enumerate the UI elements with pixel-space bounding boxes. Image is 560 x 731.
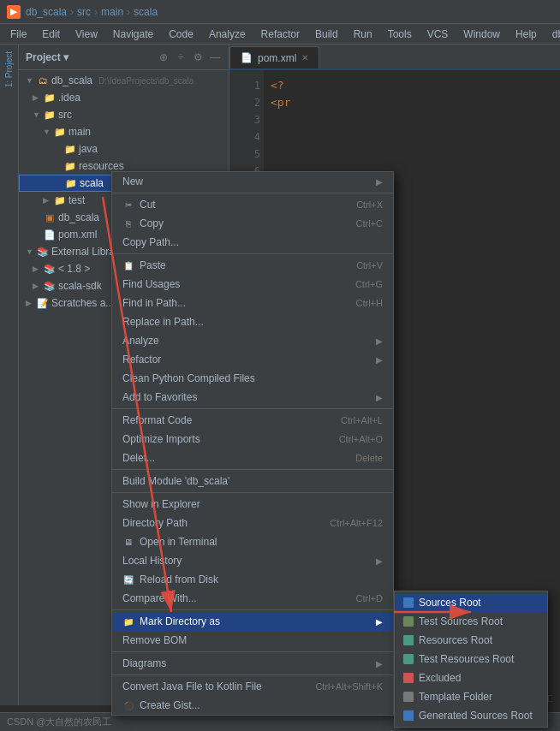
cm-sep5 — [112, 492, 393, 493]
tree-label: .idea — [58, 92, 80, 104]
cm-refactor[interactable]: Refactor ▶ — [112, 350, 393, 369]
tree-item-src[interactable]: ▼ 📁 src — [19, 106, 229, 123]
copy-icon: ⎘ — [122, 217, 134, 229]
sm-excluded[interactable]: Excluded — [395, 669, 547, 687]
cm-sep7 — [112, 651, 393, 652]
close-panel-icon[interactable]: — — [208, 51, 222, 64]
arrow-icon: ▼ — [26, 247, 34, 256]
sm-test-resources-root[interactable]: Test Resources Root — [395, 650, 547, 669]
menu-refactor[interactable]: Refactor — [254, 27, 307, 42]
cm-explorer-label: Show in Explorer — [122, 498, 200, 510]
menu-db[interactable]: db_sc... — [545, 27, 560, 42]
breadcrumb-project: db_scala — [26, 6, 67, 18]
collapse-icon[interactable]: ÷ — [174, 51, 188, 64]
cm-analyze-label: Analyze — [122, 335, 159, 347]
cm-optimize-imports[interactable]: Optimize Imports Ctrl+Alt+O — [112, 430, 393, 449]
cm-clean-python[interactable]: Clean Python Compiled Files — [112, 369, 393, 388]
arrow-icon: ▶ — [43, 196, 51, 205]
tree-label: java — [79, 143, 98, 155]
tree-item-java[interactable]: 📁 java — [19, 140, 229, 157]
menu-navigate[interactable]: Navigate — [106, 27, 160, 42]
cm-create-gist[interactable]: ⚫ Create Gist... — [112, 696, 393, 715]
project-title: Project ▾ — [26, 51, 152, 63]
context-menu: New ▶ ✂ Cut Ctrl+X ⎘ Copy Ctrl+C Copy Pa… — [111, 171, 394, 716]
project-strip-label[interactable]: 1: Project — [3, 48, 15, 91]
mark-dir-icon: 📁 — [122, 615, 134, 627]
cm-add-favorites[interactable]: Add to Favorites ▶ — [112, 388, 393, 407]
folder-icon: 📁 — [54, 194, 66, 206]
settings-icon[interactable]: ⚙ — [191, 51, 205, 64]
cm-sep4 — [112, 469, 393, 470]
cm-delete[interactable]: Delet... Delete — [112, 449, 393, 467]
cm-convert-kotlin[interactable]: Convert Java File to Kotlin File Ctrl+Al… — [112, 677, 393, 696]
cm-mark-dir[interactable]: 📁 Mark Directory as ▶ — [112, 612, 393, 631]
tree-item-idea[interactable]: ▶ 📁 .idea — [19, 89, 229, 106]
tree-label: test — [69, 194, 85, 206]
tree-label: db_scala — [51, 74, 92, 86]
template-icon — [403, 692, 414, 702]
tree-item-db-scala[interactable]: ▼ 🗂 db_scala D:\IdeaProjects\db_scala — [19, 72, 229, 89]
menu-analyze[interactable]: Analyze — [202, 27, 253, 42]
cm-build-module[interactable]: Build Module 'db_scala' — [112, 472, 393, 490]
arrow-icon: ▶ — [33, 264, 41, 273]
menu-vcs[interactable]: VCS — [420, 27, 456, 42]
cm-new-label: New — [122, 175, 143, 187]
sm-sources-root[interactable]: Sources Root — [395, 593, 547, 612]
menu-file[interactable]: File — [3, 27, 33, 42]
cm-find-usages-label: Find Usages — [122, 278, 180, 290]
cm-local-history[interactable]: Local History ▶ — [112, 551, 393, 570]
code-line-4 — [271, 128, 553, 146]
cm-kotlin-shortcut: Ctrl+Alt+Shift+K — [315, 681, 383, 692]
sm-test-resources-label: Test Resources Root — [419, 653, 514, 665]
cm-reload[interactable]: 🔄 Reload from Disk — [112, 570, 393, 589]
sm-test-sources-root[interactable]: Test Sources Root — [395, 612, 547, 631]
cm-history-label: Local History — [122, 555, 182, 567]
cm-replace-in-path[interactable]: Replace in Path... — [112, 312, 393, 331]
cm-clean-python-label: Clean Python Compiled Files — [122, 372, 255, 384]
line-number: 5 — [233, 146, 260, 163]
tab-pom-xml[interactable]: 📄 pom.xml ✕ — [229, 46, 319, 68]
cm-favorites-label: Add to Favorites — [122, 391, 197, 403]
paste-icon: 📋 — [122, 259, 134, 271]
cm-analyze[interactable]: Analyze ▶ — [112, 331, 393, 350]
tree-item-main[interactable]: ▼ 📁 main — [19, 123, 229, 140]
cm-sep — [112, 193, 393, 193]
cm-delete-label: Delet... — [122, 452, 155, 464]
menu-help[interactable]: Help — [509, 27, 544, 42]
menu-edit[interactable]: Edit — [35, 27, 67, 42]
cm-new[interactable]: New ▶ — [112, 172, 393, 191]
sm-test-sources-label: Test Sources Root — [419, 615, 503, 627]
menu-tools[interactable]: Tools — [381, 27, 419, 42]
cm-cut[interactable]: ✂ Cut Ctrl+X — [112, 195, 393, 214]
menu-code[interactable]: Code — [162, 27, 200, 42]
tree-label: scala — [80, 177, 104, 189]
cm-reformat[interactable]: Reformat Code Ctrl+Alt+L — [112, 411, 393, 430]
menu-build[interactable]: Build — [308, 27, 345, 42]
sm-resources-root[interactable]: Resources Root — [395, 631, 547, 650]
menu-window[interactable]: Window — [456, 27, 507, 42]
cm-show-explorer[interactable]: Show in Explorer — [112, 495, 393, 514]
menu-view[interactable]: View — [69, 27, 104, 42]
cm-open-terminal[interactable]: 🖥 Open in Terminal — [112, 532, 393, 551]
breadcrumb-main: main — [101, 6, 123, 18]
cm-replace-label: Replace in Path... — [122, 316, 204, 328]
cm-find-usages[interactable]: Find Usages Ctrl+G — [112, 275, 393, 294]
cm-find-in-path[interactable]: Find in Path... Ctrl+H — [112, 294, 393, 312]
cm-remove-bom[interactable]: Remove BOM — [112, 631, 393, 650]
cm-dir-path[interactable]: Directory Path Ctrl+Alt+F12 — [112, 514, 393, 532]
menu-run[interactable]: Run — [347, 27, 379, 42]
cm-copy[interactable]: ⎘ Copy Ctrl+C — [112, 214, 393, 233]
cm-find-path-label: Find in Path... — [122, 297, 186, 309]
cm-diagrams[interactable]: Diagrams ▶ — [112, 654, 393, 673]
cm-paste[interactable]: 📋 Paste Ctrl+V — [112, 256, 393, 275]
cm-copy-shortcut: Ctrl+C — [356, 218, 383, 229]
tab-close-icon[interactable]: ✕ — [301, 53, 308, 62]
sm-resources-label: Resources Root — [419, 634, 492, 646]
sm-generated-sources[interactable]: Generated Sources Root — [395, 706, 547, 725]
submenu-arrow: ▶ — [376, 617, 383, 627]
sm-template-folder[interactable]: Template Folder — [395, 687, 547, 706]
scratches-icon: 📝 — [37, 297, 49, 309]
cm-copy-path[interactable]: Copy Path... — [112, 233, 393, 252]
cm-compare[interactable]: Compare With... Ctrl+D — [112, 589, 393, 608]
locate-icon[interactable]: ⊕ — [157, 51, 170, 64]
